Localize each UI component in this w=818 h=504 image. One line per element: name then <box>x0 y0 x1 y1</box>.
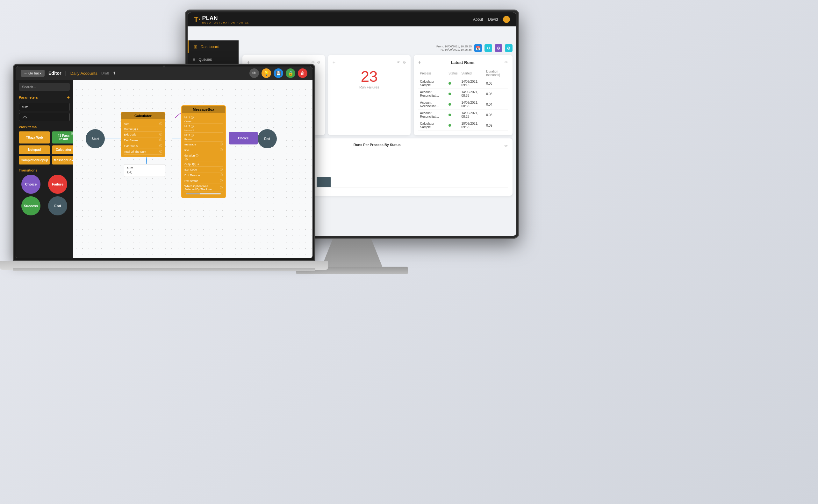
workitem-messagebox[interactable]: MessageBox <box>52 156 73 165</box>
node-choice[interactable]: Choice <box>229 132 258 144</box>
col-duration: Duration (seconds) <box>484 68 508 78</box>
save-tool-button[interactable]: 💾 <box>274 68 283 78</box>
go-back-button[interactable]: ← Go back <box>21 70 45 77</box>
msg-message-info-icon[interactable]: ⓘ <box>220 142 223 146</box>
laptop-camera <box>163 66 165 67</box>
sum-box[interactable]: sum 5*5 <box>124 164 165 177</box>
status-cell <box>447 99 459 110</box>
calc-field-exitcode: Exit Code ⓘ <box>124 132 162 137</box>
started-cell: 14/09/2021, 08:33 <box>459 99 484 110</box>
msg-field-which-option: Which Option Was Selected By The User. ⓘ <box>184 184 223 192</box>
latest-runs-title: Latest Runs <box>451 60 474 65</box>
table-row: Calculator Sample 14/09/2021, 09:13 0.08 <box>418 78 508 89</box>
workitem-traza[interactable]: TRaza Web <box>19 131 50 143</box>
transitions-label: Transitions <box>19 168 38 172</box>
parameters-label: Parameters <box>19 95 38 99</box>
editor-sidebar: Search... Parameters + sum 5*5 Workitems… <box>16 80 73 258</box>
transition-success[interactable]: Success <box>21 196 40 215</box>
user-avatar <box>503 16 510 23</box>
status-dot <box>448 82 451 85</box>
messagebox-title: MessageBox <box>193 108 214 111</box>
messagebox-header: MessageBox <box>182 106 225 113</box>
msg-field-outputs: Output(s) ∧ <box>184 162 223 167</box>
msg-title-info-icon[interactable]: ⓘ <box>220 148 223 152</box>
editor-divider: | <box>65 70 66 76</box>
lock-tool-button[interactable]: 🔒 <box>286 68 295 78</box>
calc-totalsum-info-icon[interactable]: ⓘ <box>159 150 162 154</box>
duration-cell: 0.08 <box>484 78 508 89</box>
transition-failure[interactable]: Failure <box>48 175 67 194</box>
transition-end[interactable]: End <box>48 196 67 215</box>
parameters-section-title: Parameters + <box>19 95 70 100</box>
editor-topbar: ← Go back Editor | Daily Accounts Draft … <box>16 67 313 80</box>
col-status: Status <box>447 68 459 78</box>
dashboard-icon: ⊞ <box>194 44 197 49</box>
bulb-tool-button[interactable]: 💡 <box>262 68 271 78</box>
msg-field-exitstatus: Exit Status ⓘ <box>184 178 223 184</box>
status-dot <box>448 103 451 106</box>
calculator-body: sum ⓘ Output(s) ∧ Exit Code ⓘ <box>121 119 165 157</box>
settings-icon[interactable]: ⚙ <box>495 44 502 52</box>
duration-cell: 0.04 <box>484 99 508 110</box>
nav-user[interactable]: David <box>488 17 498 22</box>
trash-tool-button[interactable]: 🗑 <box>298 68 307 78</box>
latest-plus-icon[interactable]: + <box>418 59 421 65</box>
search-box[interactable]: Search... <box>19 83 70 91</box>
msg-field-title: title ⓘ <box>184 147 223 153</box>
workitem-completion[interactable]: CompletionPopup <box>19 156 50 165</box>
workitems-label: Workitems <box>19 125 37 129</box>
monitor-logo: T· PLAN ROBOT AUTOMATION PORTAL <box>194 15 249 24</box>
messagebox-scrollbar[interactable] <box>186 193 221 194</box>
process-cell: Calculator Sample <box>418 78 447 89</box>
transition-choice[interactable]: Choice <box>21 175 40 194</box>
logo-plan-wrap: PLAN ROBOT AUTOMATION PORTAL <box>202 15 250 24</box>
eye-tool-button[interactable]: 👁 <box>250 68 259 78</box>
node-calculator[interactable]: Calculator sum ⓘ Output(s) ∧ Exit C <box>121 112 165 157</box>
workitems-section-title: Workitems <box>19 125 70 129</box>
node-end[interactable]: End <box>258 129 277 148</box>
calc-field-exitstatus: Exit Status ⓘ <box>124 143 162 149</box>
refresh-icon[interactable]: ↻ <box>484 44 492 52</box>
node-messagebox[interactable]: MessageBox btn1 ⓘCorrect btn2 ⓘIncorrect… <box>181 105 226 198</box>
msg-exitreason-info-icon[interactable]: ⓘ <box>220 173 223 177</box>
msg-field-exitreason: Exit Reason ⓘ <box>184 172 223 178</box>
workitem-pass[interactable]: #1 Pass result⚙ <box>52 131 73 143</box>
node-start[interactable]: Start <box>86 129 105 148</box>
upload-icon[interactable]: ⬆ <box>113 71 116 75</box>
start-label: Start <box>92 137 99 141</box>
chart-eye-icon[interactable]: 👁 <box>504 144 508 148</box>
parameters-add-icon[interactable]: + <box>67 95 70 100</box>
param-value-input[interactable]: 5*5 <box>19 113 70 121</box>
msg-exitstatus-info-icon[interactable]: ⓘ <box>220 179 223 183</box>
process-cell: Account Reconciliati... <box>418 89 447 99</box>
editor-body: Search... Parameters + sum 5*5 Workitems… <box>16 80 313 258</box>
failures-eye-icon[interactable]: 👁 <box>397 60 401 65</box>
workitem-notepad[interactable]: Notepad <box>19 145 50 154</box>
editor-filename: Daily Accounts <box>70 71 97 76</box>
msg-field-message: message ⓘ <box>184 142 223 147</box>
latest-runs-eye-icon[interactable]: 👁 <box>504 60 508 65</box>
editor-canvas[interactable]: Start Calculator sum ⓘ <box>73 80 313 258</box>
calc-exitreason-info-icon[interactable]: ⓘ <box>159 138 162 142</box>
calc-exitcode-info-icon[interactable]: ⓘ <box>159 132 162 137</box>
editor-draft: Draft <box>101 71 109 75</box>
msg-whichoption-info-icon[interactable]: ⓘ <box>220 186 223 190</box>
calc-sum-info-icon[interactable]: ⓘ <box>159 122 162 126</box>
col-started: Started <box>459 68 484 78</box>
sum-box-value: 5*5 <box>127 171 162 175</box>
msg-field-duration: duration ⓘ10 <box>184 153 223 162</box>
table-row: Account Reconciliati... 14/09/2021, 08:2… <box>418 110 508 120</box>
failures-gear-icon[interactable]: ⚙ <box>403 60 406 65</box>
monitor-nav-right: About David <box>473 16 510 23</box>
date-bar: From: 10/06/2021, 10:25:35 To: 16/09/202… <box>243 44 512 52</box>
param-name-input[interactable]: sum <box>19 103 70 111</box>
sidebar-item-dashboard[interactable]: ⊞ Dashboard <box>187 40 239 53</box>
msg-exitcode-info-icon[interactable]: ⓘ <box>220 167 223 171</box>
filter-icon[interactable]: ⚙ <box>505 44 512 52</box>
workitem-calculator[interactable]: Calculator <box>52 145 73 154</box>
duration-cell: 0.09 <box>484 120 508 131</box>
nav-about[interactable]: About <box>473 17 483 22</box>
calc-exitstatus-info-icon[interactable]: ⓘ <box>159 144 162 148</box>
status-cell <box>447 78 459 89</box>
calendar-icon[interactable]: 📅 <box>474 44 482 52</box>
